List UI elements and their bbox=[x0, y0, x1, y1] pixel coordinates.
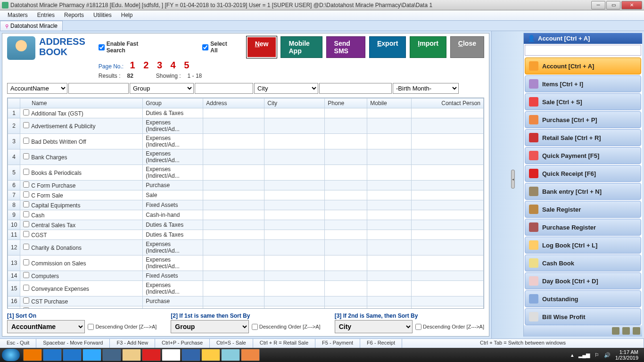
row-check[interactable] bbox=[23, 109, 29, 115]
right-search-input[interactable] bbox=[525, 45, 641, 56]
footer-icon-2[interactable] bbox=[622, 327, 630, 335]
sort2-select[interactable]: Group bbox=[171, 320, 248, 333]
menu-masters[interactable]: Masters bbox=[3, 10, 33, 20]
sidebar-item[interactable]: Retail Sale [Ctrl + R] bbox=[525, 129, 641, 146]
table-row[interactable]: 7 C Form Sale Sale bbox=[8, 190, 484, 200]
fkey-f3[interactable]: F3 - Add New bbox=[110, 339, 155, 348]
tray-flag-icon[interactable]: ⚐ bbox=[594, 352, 599, 358]
fkey-f6[interactable]: F6 - Receipt bbox=[360, 339, 402, 348]
row-check[interactable] bbox=[23, 231, 29, 237]
sidebar-item[interactable]: Cash Book bbox=[525, 255, 641, 272]
col-phone[interactable]: Phone bbox=[325, 99, 367, 108]
row-check[interactable] bbox=[23, 244, 29, 250]
task-icon[interactable] bbox=[63, 349, 82, 361]
task-icon[interactable] bbox=[182, 349, 200, 361]
mobile-app-button[interactable]: Mobile App bbox=[281, 36, 322, 58]
table-row[interactable]: 16 CST Purchase Purchase bbox=[8, 296, 484, 306]
sidebar-item[interactable]: Bank entry [Ctrl + N] bbox=[525, 183, 641, 200]
row-check[interactable] bbox=[23, 169, 29, 175]
menu-entries[interactable]: Entries bbox=[33, 10, 59, 20]
fkey-ctrls[interactable]: Ctrl+S - Sale bbox=[210, 339, 253, 348]
filter-accountname-select[interactable]: AccountName bbox=[7, 83, 67, 94]
row-check[interactable] bbox=[23, 211, 29, 217]
col-rownum[interactable] bbox=[8, 99, 20, 108]
close-button[interactable]: Close bbox=[450, 36, 484, 58]
filter-city-input[interactable] bbox=[319, 83, 392, 94]
col-mobile[interactable]: Mobile bbox=[367, 99, 412, 108]
fkey-space[interactable]: Spacebar - Move Forward bbox=[36, 339, 110, 348]
enable-fast-search-check[interactable]: Enable Fast Search bbox=[99, 41, 154, 54]
row-check[interactable] bbox=[23, 297, 29, 304]
filter-birthmonth-select[interactable]: -Birth Month- bbox=[393, 83, 459, 94]
task-icon[interactable] bbox=[201, 349, 220, 361]
row-check[interactable] bbox=[23, 181, 29, 188]
sidebar-item[interactable]: Purchase Register bbox=[525, 219, 641, 236]
col-city[interactable]: City bbox=[264, 99, 325, 108]
sidebar-item[interactable]: Outstanding bbox=[525, 290, 641, 307]
new-button[interactable]: New bbox=[247, 36, 277, 58]
table-row[interactable]: 12 Charity & Donations Expenses (Indirec… bbox=[8, 240, 484, 255]
row-check[interactable] bbox=[23, 272, 29, 278]
filter-city-select[interactable]: City bbox=[254, 83, 318, 94]
col-group[interactable]: Group bbox=[143, 99, 203, 108]
table-row[interactable]: 9 Cash Cash-in-hand bbox=[8, 210, 484, 220]
table-row[interactable]: 11 CGST Duties & Taxes bbox=[8, 230, 484, 240]
table-row[interactable]: 15 Conveyance Expenses Expenses (Indirec… bbox=[8, 281, 484, 296]
table-row[interactable]: 3 Bad Debts Written Off Expenses (Indire… bbox=[8, 134, 484, 149]
send-sms-button[interactable]: Send SMS bbox=[326, 36, 365, 58]
fkey-f5[interactable]: F5 - Payment bbox=[315, 339, 360, 348]
row-check[interactable] bbox=[23, 221, 29, 227]
table-row[interactable]: 2 Advertisement & Publicity Expenses (In… bbox=[8, 118, 484, 134]
task-icon[interactable] bbox=[102, 349, 121, 361]
menu-reports[interactable]: Reports bbox=[59, 10, 89, 20]
table-row[interactable]: 14 Computers Fixed Assets bbox=[8, 271, 484, 281]
tray-vol-icon[interactable]: 🔊 bbox=[604, 352, 611, 358]
sidebar-item[interactable]: Day Book [Ctrl + D] bbox=[525, 272, 641, 289]
row-check[interactable] bbox=[23, 138, 29, 144]
export-button[interactable]: Export bbox=[369, 36, 406, 58]
doc-tab[interactable]: ⚲ Datotahost Miracle bbox=[0, 21, 63, 31]
table-row[interactable]: 13 Commission on Sales Expenses (Indirec… bbox=[8, 255, 484, 271]
row-check[interactable] bbox=[23, 191, 29, 197]
task-icon[interactable] bbox=[221, 349, 240, 361]
page-numbers[interactable]: 1 2 3 4 5 bbox=[130, 60, 192, 70]
table-row[interactable]: 6 C Form Purchase Purchase bbox=[8, 181, 484, 190]
sidebar-item[interactable]: Log Book [Ctrl + L] bbox=[525, 237, 641, 254]
sidebar-item[interactable]: Bill Wise Profit bbox=[525, 308, 641, 325]
sort2-desc[interactable]: Descending Order [Z--->A] bbox=[252, 324, 321, 330]
row-check[interactable] bbox=[23, 285, 29, 291]
fkey-ctrlr[interactable]: Ctrl + R = Retail Sale bbox=[253, 339, 315, 348]
sidebar-item[interactable]: Sale [Ctrl + S] bbox=[525, 93, 641, 110]
table-row[interactable]: 5 Books & Periodicals Expenses (Indirect… bbox=[8, 165, 484, 181]
import-button[interactable]: Import bbox=[410, 36, 446, 58]
sort1-desc[interactable]: Descending Order [Z--->A] bbox=[88, 324, 157, 330]
task-icon[interactable] bbox=[162, 349, 181, 361]
col-address[interactable]: Address bbox=[203, 99, 264, 108]
col-contact[interactable]: Contact Person bbox=[412, 99, 484, 108]
splitter-handle[interactable]: ◂ bbox=[511, 170, 515, 189]
table-row[interactable]: 10 Central Sales Tax Duties & Taxes bbox=[8, 220, 484, 230]
sort3-desc[interactable]: Descending Order [Z--->A] bbox=[415, 324, 484, 330]
fkey-ctrltab[interactable]: Ctrl + Tab = Switch between windows bbox=[402, 339, 644, 348]
close-window-button[interactable]: ✕ bbox=[621, 1, 642, 9]
system-tray[interactable]: ▴ ▂▄▆ ⚐ 🔊 1:17 AM 1/23/2019 bbox=[571, 349, 642, 361]
filter-group-input[interactable] bbox=[195, 83, 253, 94]
tray-clock[interactable]: 1:17 AM 1/23/2019 bbox=[615, 349, 638, 361]
row-check[interactable] bbox=[23, 201, 29, 207]
row-check[interactable] bbox=[23, 307, 29, 309]
row-check[interactable] bbox=[23, 259, 29, 265]
sidebar-item[interactable]: Sale Register bbox=[525, 201, 641, 218]
minimize-button[interactable]: ─ bbox=[591, 1, 605, 9]
table-row[interactable]: 17 CST Sales Sale bbox=[8, 306, 484, 309]
sidebar-item[interactable]: Purchase [Ctrl + P] bbox=[525, 111, 641, 128]
row-check[interactable] bbox=[23, 153, 29, 159]
sort3-select[interactable]: City bbox=[335, 320, 413, 333]
tray-wifi-icon[interactable]: ▂▄▆ bbox=[578, 352, 590, 358]
table-row[interactable]: 8 Capital Equipments Fixed Assets bbox=[8, 200, 484, 210]
sidebar-item[interactable]: Account [Ctrl + A] bbox=[525, 58, 641, 74]
sidebar-item[interactable]: Items [Ctrl + I] bbox=[525, 75, 641, 92]
task-icon[interactable] bbox=[23, 349, 42, 361]
fkey-esc[interactable]: Esc - Quit bbox=[0, 339, 36, 348]
col-name[interactable]: Name bbox=[20, 99, 143, 108]
task-icon[interactable] bbox=[142, 349, 161, 361]
